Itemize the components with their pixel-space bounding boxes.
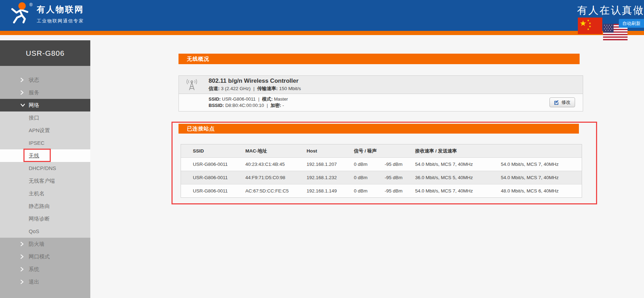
station-ssid: USR-G806-0011 xyxy=(181,171,245,184)
svg-text:★: ★ xyxy=(587,28,589,31)
sidebar-item-label: 接口 xyxy=(29,111,39,124)
station-ssid: USR-G806-0011 xyxy=(181,184,245,197)
section-title-wireless-overview: 无线概况 xyxy=(178,54,580,64)
sidebar-item-label: 静态路由 xyxy=(29,200,50,212)
auto-refresh-toggle[interactable]: 自动刷新 xyxy=(619,19,644,28)
sidebar-item-label: 系统 xyxy=(29,263,39,276)
station-signal: 0 dBm xyxy=(354,184,385,197)
sidebar-item-label: DHCP/DNS xyxy=(29,162,56,175)
antenna-icon xyxy=(185,78,199,94)
china-flag-icon[interactable]: ★ ★ ★ ★ ★ xyxy=(578,18,602,34)
chevron-right-icon xyxy=(20,263,24,276)
column-header: 接收速率 / 发送速率 xyxy=(415,144,582,157)
sidebar-item-interfaces[interactable]: 接口 xyxy=(0,111,90,124)
column-header: MAC-地址 xyxy=(245,144,307,157)
station-host: 192.168.1.232 xyxy=(307,171,354,184)
controller-meta: 信道: 3 (2.422 GHz) | 传输速率: 150 Mbit/s xyxy=(209,86,301,92)
sidebar-item-label: IPSEC xyxy=(29,137,44,149)
sidebar-item-logout[interactable]: 退出 xyxy=(0,276,90,288)
sidebar-item-dhcp-dns[interactable]: DHCP/DNS xyxy=(0,162,90,175)
station-rx_rate: 36.0 Mbit/s, MCS 5, 40MHz xyxy=(415,171,501,184)
slogan: 有人在认真做事 xyxy=(577,4,644,18)
sidebar-item-services[interactable]: 服务 xyxy=(0,86,90,99)
sidebar-item-qos[interactable]: QoS xyxy=(0,225,90,238)
registered-mark: ® xyxy=(29,2,33,7)
controller-title: 802.11 b/g/n Wireless Controller xyxy=(209,77,299,84)
bssid-label: BSSID: xyxy=(209,103,224,108)
sidebar-item-static-routes[interactable]: 静态路由 xyxy=(0,200,90,212)
bssid-value: D8:B0:4C:00:00:10 xyxy=(225,103,264,108)
sidebar-item-network[interactable]: 网络 xyxy=(0,99,90,111)
section-title-connected-stations: 已连接站点 xyxy=(178,124,579,134)
station-mac: 40:23:43:C1:4B:45 xyxy=(245,158,307,171)
sidebar-item-label: 状态 xyxy=(29,74,39,86)
station-noise: -95 dBm xyxy=(385,171,415,184)
sidebar-item-diagnostics[interactable]: 网络诊断 xyxy=(0,212,90,225)
chevron-down-icon xyxy=(20,99,25,111)
sidebar-item-wireless-client[interactable]: 无线客户端 xyxy=(0,175,90,187)
sidebar-item-apn-settings[interactable]: APN设置 xyxy=(0,124,90,137)
svg-text:★: ★ xyxy=(589,22,591,25)
chevron-right-icon xyxy=(20,250,24,263)
sidebar-menu: 状态服务网络接口APN设置IPSEC无线DHCP/DNS无线客户端主机名静态路由… xyxy=(0,66,90,288)
sidebar-item-label: 无线客户端 xyxy=(29,175,55,187)
wireless-overview-panel: 802.11 b/g/n Wireless Controller 信道: 3 (… xyxy=(178,75,583,111)
sidebar-item-port-mode[interactable]: 网口模式 xyxy=(0,250,90,263)
column-header: SSID xyxy=(181,144,245,157)
brand: ® 有人物联网 工业物联网通信专家 xyxy=(9,2,84,24)
sidebar-item-label: 退出 xyxy=(29,276,39,288)
column-header: 信号 / 噪声 xyxy=(354,144,415,157)
station-tx_rate: 54.0 Mbit/s, MCS 7, 40MHz xyxy=(501,158,582,171)
station-mac: AC:67:5D:CC:FE:C5 xyxy=(245,184,307,197)
station-tx_rate: 48.0 Mbit/s, MCS 6, 40MHz xyxy=(501,184,582,197)
station-row: USR-G806-0011AC:67:5D:CC:FE:C5192.168.1.… xyxy=(181,184,582,197)
channel-value: 3 (2.422 GHz) xyxy=(221,86,251,91)
station-host: 192.168.1.207 xyxy=(307,158,354,171)
sidebar-item-wireless[interactable]: 无线 xyxy=(0,149,90,162)
mode-value: Master xyxy=(274,96,288,102)
separator: | xyxy=(267,103,268,108)
sidebar-item-label: 服务 xyxy=(29,86,39,99)
sidebar-item-label: 网络 xyxy=(29,99,39,111)
rate-label: 传输速率: xyxy=(257,86,278,91)
encryption-value: - xyxy=(282,103,284,108)
station-row: USR-G806-001140:23:43:C1:4B:45192.168.1.… xyxy=(181,157,582,171)
ssid-label: SSID: xyxy=(209,96,221,102)
column-header: Host xyxy=(307,144,354,157)
station-tx_rate: 54.0 Mbit/s, MCS 7, 40MHz xyxy=(501,171,582,184)
sidebar-item-status[interactable]: 状态 xyxy=(0,74,90,86)
separator: | xyxy=(253,86,255,91)
bssid-line: BSSID: D8:B0:4C:00:00:10 | 加密: - xyxy=(209,102,288,109)
sidebar-item-ipsec[interactable]: IPSEC xyxy=(0,137,90,149)
app-header: ® 有人物联网 工业物联网通信专家 有人在认真做事 xyxy=(0,0,644,31)
station-signal: 0 dBm xyxy=(354,171,385,184)
station-signal: 0 dBm xyxy=(354,158,385,171)
station-host: 192.168.1.149 xyxy=(307,184,354,197)
station-noise: -95 dBm xyxy=(385,158,415,171)
stations-table-header: SSIDMAC-地址Host信号 / 噪声接收速率 / 发送速率 xyxy=(181,144,582,157)
sidebar-item-firewall[interactable]: 防火墙 xyxy=(0,238,90,250)
sidebar-item-hostname[interactable]: 主机名 xyxy=(0,187,90,200)
chevron-right-icon xyxy=(20,238,24,250)
separator: | xyxy=(258,96,259,102)
station-row: USR-G806-001144:F9:71:D5:C0:98192.168.1.… xyxy=(181,171,582,184)
station-rx_rate: 54.0 Mbit/s, MCS 7, 40MHz xyxy=(415,184,501,197)
svg-text:★: ★ xyxy=(580,19,587,28)
sidebar-item-label: 网络诊断 xyxy=(29,212,50,225)
sidebar-item-label: 主机名 xyxy=(29,187,44,200)
chevron-right-icon xyxy=(20,276,24,288)
encryption-label: 加密: xyxy=(271,103,281,108)
chevron-right-icon xyxy=(20,74,24,86)
station-noise: -95 dBm xyxy=(385,184,415,197)
ssid-value: USR-G806-0011 xyxy=(222,96,255,102)
ssid-detail-row: SSID: USR-G806-0011 | 模式: Master BSSID: … xyxy=(179,94,583,111)
brand-name: 有人物联网 xyxy=(37,4,84,15)
sidebar-item-label: APN设置 xyxy=(29,124,50,137)
sidebar-item-label: 无线 xyxy=(29,149,39,162)
brand-tagline: 工业物联网通信专家 xyxy=(37,18,84,24)
sidebar-item-label: 网口模式 xyxy=(29,250,50,263)
sidebar-item-system[interactable]: 系统 xyxy=(0,263,90,276)
channel-label: 信道: xyxy=(209,86,220,91)
header-accent-strip xyxy=(0,31,644,35)
edit-button[interactable]: 修改 xyxy=(550,97,575,107)
